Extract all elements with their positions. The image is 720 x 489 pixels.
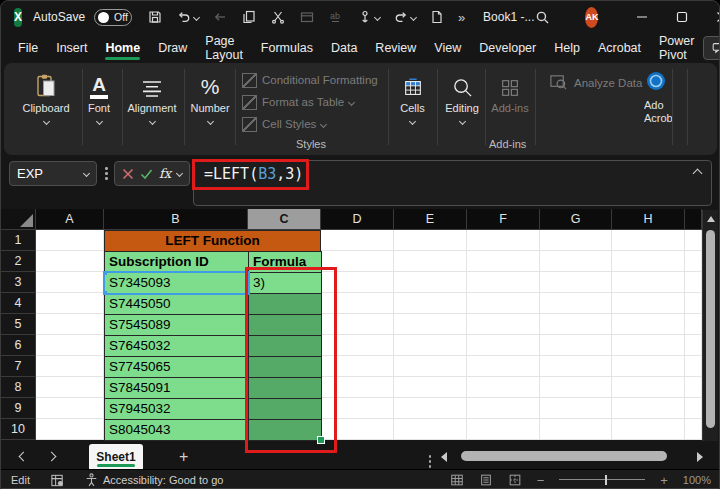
clipboard-group-button[interactable]: Clipboard <box>16 71 76 124</box>
cell-G7[interactable] <box>540 356 612 377</box>
page-layout-view-icon[interactable] <box>479 473 493 487</box>
cell-D3[interactable] <box>321 272 394 293</box>
editing-group-button[interactable]: Editing <box>438 71 486 124</box>
vertical-scrollbar-thumb[interactable] <box>706 230 715 428</box>
row-header-1[interactable]: 1 <box>1 230 36 251</box>
redo-dropdown-icon[interactable] <box>410 13 417 20</box>
cell-C8[interactable] <box>248 377 322 399</box>
search-icon[interactable] <box>534 9 551 26</box>
cell-F9[interactable] <box>467 398 540 419</box>
cell-F10[interactable] <box>467 419 540 440</box>
close-button[interactable] <box>702 1 720 33</box>
column-header-D[interactable]: D <box>321 209 394 230</box>
cell-A2[interactable] <box>36 251 104 272</box>
cell-E10[interactable] <box>394 419 467 440</box>
cell-A3[interactable] <box>36 272 104 293</box>
menu-tab-acrobat[interactable]: Acrobat <box>589 33 650 63</box>
table-title-cell[interactable]: LEFT Function <box>104 230 321 252</box>
menu-tab-help[interactable]: Help <box>545 33 589 63</box>
cell-B8[interactable]: S7845091 <box>104 377 249 399</box>
cell-F7[interactable] <box>467 356 540 377</box>
cell-E9[interactable] <box>394 398 467 419</box>
fill-handle[interactable] <box>317 436 325 444</box>
menu-tab-power-pivot[interactable]: Power Pivot <box>650 33 703 63</box>
cell-H2[interactable] <box>612 251 685 272</box>
column-header-B[interactable]: B <box>104 209 248 230</box>
cell-D5[interactable] <box>321 314 394 335</box>
row-header-7[interactable]: 7 <box>1 356 36 377</box>
cell-H7[interactable] <box>612 356 685 377</box>
column-header-A[interactable]: A <box>36 209 104 230</box>
cell-H5[interactable] <box>612 314 685 335</box>
macro-record-icon[interactable] <box>50 473 65 488</box>
cell-A4[interactable] <box>36 293 104 314</box>
scroll-right-icon[interactable] <box>697 452 703 462</box>
cell-G3[interactable] <box>540 272 612 293</box>
more-commands-chevrons[interactable]: » <box>458 10 465 25</box>
menu-tab-view[interactable]: View <box>425 33 470 63</box>
cut-icon[interactable] <box>270 9 286 25</box>
cell-D8[interactable] <box>321 377 394 398</box>
font-group-button[interactable]: A Font <box>76 71 122 124</box>
cell-G10[interactable] <box>540 419 612 440</box>
menu-tab-data[interactable]: Data <box>322 33 366 63</box>
cell-B10[interactable]: S8045043 <box>104 419 249 441</box>
row-header-3[interactable]: 3 <box>1 272 36 293</box>
cell-E1[interactable] <box>394 230 467 251</box>
comments-button[interactable] <box>703 36 720 60</box>
cell-F8[interactable] <box>467 377 540 398</box>
cell-G6[interactable] <box>540 335 612 356</box>
cell-C3[interactable]: 3) <box>248 272 322 294</box>
cell-E6[interactable] <box>394 335 467 356</box>
account-avatar[interactable]: AK <box>585 7 598 28</box>
page-break-view-icon[interactable] <box>508 473 522 487</box>
cell-F3[interactable] <box>467 272 540 293</box>
menu-tab-developer[interactable]: Developer <box>470 33 545 63</box>
new-sheet-button[interactable]: + <box>179 449 188 465</box>
cell-B6[interactable]: S7645032 <box>104 335 249 357</box>
horizontal-scrollbar-thumb[interactable] <box>461 451 667 461</box>
cell-E5[interactable] <box>394 314 467 335</box>
adobe-acrobat-button[interactable]: Ado Acrob <box>644 69 672 125</box>
cell-C10[interactable] <box>248 419 322 441</box>
column-header-H[interactable]: H <box>612 209 685 230</box>
menu-tab-insert[interactable]: Insert <box>47 33 96 63</box>
cell-H8[interactable] <box>612 377 685 398</box>
zoom-level[interactable]: 100% <box>683 474 711 486</box>
save-icon[interactable] <box>147 9 163 25</box>
cell-C7[interactable] <box>248 356 322 378</box>
menu-tab-page-layout[interactable]: Page Layout <box>196 33 252 63</box>
cell-A10[interactable] <box>36 419 104 440</box>
cell-D6[interactable] <box>321 335 394 356</box>
cell-F2[interactable] <box>467 251 540 272</box>
column-header-C[interactable]: C <box>248 209 321 230</box>
zoom-in-icon[interactable]: + <box>660 473 668 488</box>
row-header-9[interactable]: 9 <box>1 398 36 419</box>
menu-tab-formulas[interactable]: Formulas <box>252 33 322 63</box>
cell-E7[interactable] <box>394 356 467 377</box>
copy-icon[interactable] <box>241 9 257 25</box>
cell-H3[interactable] <box>612 272 685 293</box>
cell-E2[interactable] <box>394 251 467 272</box>
horizontal-scrollbar[interactable] <box>457 444 687 469</box>
cell-D2[interactable] <box>321 251 394 272</box>
column-header-E[interactable]: E <box>394 209 467 230</box>
previous-sheet-icon[interactable] <box>9 453 37 460</box>
cell-E8[interactable] <box>394 377 467 398</box>
cell-G5[interactable] <box>540 314 612 335</box>
cell-E4[interactable] <box>394 293 467 314</box>
scroll-up-icon[interactable] <box>707 216 715 222</box>
cell-G8[interactable] <box>540 377 612 398</box>
cell-G4[interactable] <box>540 293 612 314</box>
menu-tab-draw[interactable]: Draw <box>149 33 196 63</box>
autosave-toggle[interactable]: Off <box>94 9 132 26</box>
menu-tab-file[interactable]: File <box>9 33 47 63</box>
cell-H6[interactable] <box>612 335 685 356</box>
cell-C9[interactable] <box>248 398 322 420</box>
menu-tab-home[interactable]: Home <box>96 33 149 63</box>
number-group-button[interactable]: % Number <box>187 71 233 124</box>
cell-D10[interactable] <box>321 419 394 440</box>
cell-A7[interactable] <box>36 356 104 377</box>
cell-D7[interactable] <box>321 356 394 377</box>
zoom-slider[interactable] <box>559 474 645 486</box>
